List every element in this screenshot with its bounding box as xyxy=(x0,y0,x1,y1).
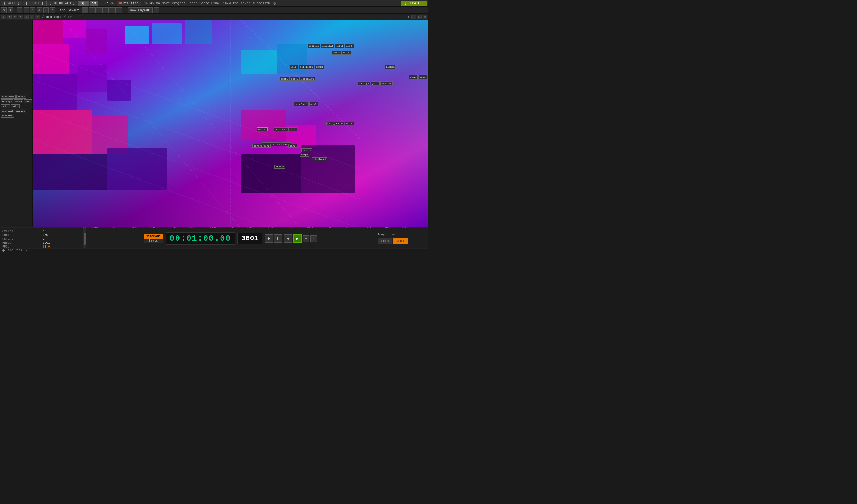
node-lookup2[interactable]: lookup2 xyxy=(1,100,13,103)
node-store1[interactable]: store1 xyxy=(274,165,285,169)
node-movfile[interactable]: movFile xyxy=(380,81,393,85)
oi-menu[interactable]: O|I xyxy=(78,1,89,6)
node-light1[interactable]: light1 xyxy=(385,65,396,69)
node-maths-left[interactable]: maths xyxy=(16,95,26,99)
node-math6[interactable]: math6 xyxy=(14,100,23,103)
parent-icon[interactable]: ⌂ xyxy=(24,15,29,19)
node-hub1[interactable]: hub1 xyxy=(288,127,297,132)
node-keyboardin1[interactable]: keyboardin1 xyxy=(252,144,271,148)
back-icon[interactable]: ◀ xyxy=(7,15,12,19)
star-nav-icon[interactable]: ★ xyxy=(30,15,34,19)
node-geo1[interactable]: geo1 xyxy=(371,81,380,85)
play-button[interactable]: ▶ xyxy=(293,234,302,243)
minimize-icon[interactable]: — xyxy=(411,15,416,19)
node-cluster-7: tremfper1 pos1 xyxy=(293,102,318,106)
reload-icon[interactable]: + xyxy=(18,15,23,19)
node-math-bright[interactable]: math_bright xyxy=(326,122,345,125)
svg-rect-15 xyxy=(107,148,167,190)
home-nav-icon[interactable]: ⊙ xyxy=(1,15,6,19)
star-icon[interactable]: ★ xyxy=(43,7,49,13)
add-layout-button[interactable]: + xyxy=(154,7,159,13)
node-mul5[interactable]: mul5 xyxy=(342,51,351,54)
fps-info-label: FPS: xyxy=(2,245,40,248)
nav-path: / project1 / >> xyxy=(41,15,73,19)
add-icon[interactable]: + xyxy=(30,7,35,13)
timecode-tab[interactable]: TimeCode xyxy=(144,234,163,239)
node-lookup1[interactable]: lookUp1 xyxy=(358,81,370,85)
node-cluster-8: math_bright mul1 xyxy=(326,122,354,125)
node-displace1[interactable]: displace1 xyxy=(312,157,327,161)
scrubber-handle[interactable] xyxy=(84,233,85,245)
node-lensblur1[interactable]: lensblur1 xyxy=(300,77,315,81)
node-comp-r1[interactable]: comp xyxy=(409,75,418,79)
node-pattern2[interactable]: pattern2 xyxy=(1,114,14,118)
step-back-button[interactable]: ◀ xyxy=(284,234,292,243)
node-hdr1: hdr1 xyxy=(273,127,283,132)
svg-rect-9 xyxy=(33,74,78,110)
svg-rect-5 xyxy=(33,44,69,74)
once-button[interactable]: Once xyxy=(393,238,407,244)
update-button[interactable]: [ UPDATE ] xyxy=(401,1,427,6)
node-level1[interactable]: level1 xyxy=(301,148,312,152)
minus-button[interactable]: − xyxy=(303,235,309,242)
wiki-menu[interactable]: [ WIKI ] xyxy=(1,1,22,6)
node-tremfper1[interactable]: tremfper1 xyxy=(293,102,309,106)
maximize-icon[interactable]: □ xyxy=(417,15,422,19)
slash-icon[interactable]: / xyxy=(50,7,55,13)
layout-btn-2[interactable] xyxy=(88,7,95,13)
node-mul6[interactable]: mul6 xyxy=(345,44,354,48)
layout-btn-5[interactable] xyxy=(109,7,116,13)
beats-tab[interactable]: Beats xyxy=(144,239,163,243)
node-muls[interactable]: muls xyxy=(24,100,33,103)
node-tideline1[interactable]: tideline1 xyxy=(1,95,16,99)
node-comp-r2[interactable]: comp xyxy=(418,75,427,79)
slash-nav-icon[interactable]: / xyxy=(35,15,40,19)
playhead-scrubber[interactable] xyxy=(83,228,86,248)
forum-menu[interactable]: [ FORUM ] xyxy=(23,1,46,6)
rstart-label: RStart: xyxy=(2,238,40,241)
realtime-button[interactable]: Realtime xyxy=(117,1,141,6)
node-merge1[interactable]: merge1 xyxy=(15,109,26,113)
tutorials-menu[interactable]: [ TUTORIALS ] xyxy=(47,1,78,6)
node-pos1[interactable]: pos1 xyxy=(309,102,318,106)
node-muli[interactable]: muli xyxy=(11,104,20,108)
node-math2[interactable]: math2 xyxy=(332,51,341,54)
rend-label: REnd: xyxy=(2,241,40,245)
node-comp3[interactable]: comp3 xyxy=(290,77,300,81)
layout-btn-1[interactable] xyxy=(82,7,88,13)
home-icon[interactable]: ⌂ xyxy=(37,7,42,13)
save-icon[interactable]: ⬇ xyxy=(8,7,13,13)
node-tan1[interactable]: tan1 xyxy=(288,144,297,148)
node-blitlist1[interactable]: blitlist1 xyxy=(299,65,314,69)
layout-btn-4[interactable] xyxy=(102,7,109,13)
layout-btn-6[interactable] xyxy=(116,7,122,13)
loop-button[interactable]: Loop xyxy=(377,238,392,244)
node-movfile-active[interactable]: movfil xyxy=(256,127,268,132)
node-math1[interactable]: math1 xyxy=(335,44,345,48)
undo-icon[interactable]: ↩ xyxy=(17,7,22,13)
node-selecta1[interactable]: selecta1 xyxy=(321,44,334,48)
node-comp2[interactable]: comp2 xyxy=(280,77,289,81)
bookmark-icon[interactable]: ↩ xyxy=(13,15,17,19)
status-message: 10:45:06 Save Project .toe: Score.Final … xyxy=(142,1,281,5)
close-icon[interactable]: ✕ xyxy=(422,15,427,19)
node-comp4[interactable]: comp4 xyxy=(315,65,324,69)
new-layout-button[interactable]: New Layout xyxy=(128,7,153,13)
node-hdr[interactable]: hdr1 xyxy=(273,127,283,132)
grid-icon[interactable]: ⊞ xyxy=(1,7,6,13)
node-noist[interactable]: noist xyxy=(1,104,10,108)
svg-rect-4 xyxy=(185,20,212,44)
node-tblins1[interactable]: tblins1 xyxy=(307,44,320,48)
layout-btn-3[interactable] xyxy=(95,7,102,13)
node-lbl1[interactable]: lbl1 xyxy=(289,65,298,69)
plus-button[interactable]: + xyxy=(310,235,317,242)
redo-icon[interactable]: ↪ xyxy=(23,7,29,13)
rend-value: 3601 xyxy=(43,241,81,245)
viewport[interactable]: tblins1 selecta1 math1 mul6 math2 mul5 l… xyxy=(33,20,428,227)
skip-back-button[interactable]: ⏮ xyxy=(265,234,273,243)
svg-rect-10 xyxy=(78,65,107,92)
node-pattern1[interactable]: pattern1 xyxy=(1,109,14,113)
node-compx[interactable]: compX xyxy=(300,153,309,157)
node-mul1[interactable]: mul1 xyxy=(345,122,354,125)
stop-button[interactable]: ⏸ xyxy=(274,234,283,243)
